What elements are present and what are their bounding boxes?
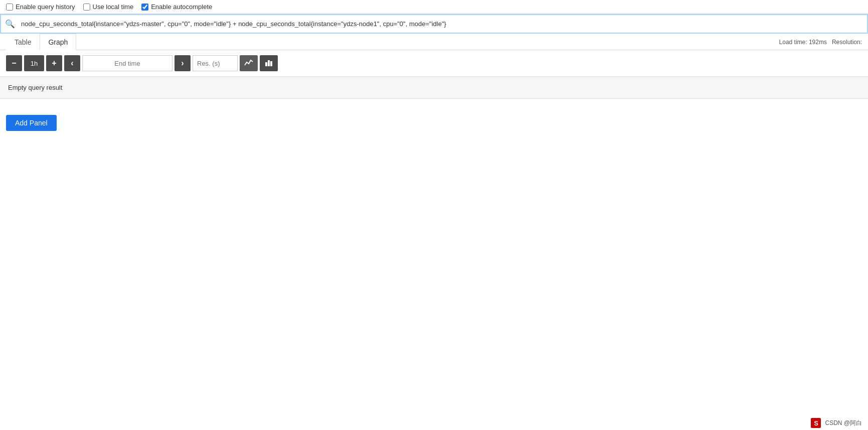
- next-time-button[interactable]: ›: [175, 55, 191, 71]
- svg-rect-1: [268, 60, 270, 66]
- load-time-text: Load time: 192ms: [779, 39, 827, 46]
- tab-graph[interactable]: Graph: [40, 34, 76, 50]
- bar-chart-button[interactable]: [260, 55, 278, 71]
- resolution-text: Resolution:: [832, 39, 862, 46]
- search-icon: 🔍: [5, 19, 19, 29]
- line-chart-icon: [244, 58, 253, 69]
- svg-rect-0: [265, 62, 267, 66]
- use-local-time-label[interactable]: Use local time: [83, 3, 134, 11]
- query-input[interactable]: [19, 15, 863, 33]
- search-bar: 🔍: [0, 14, 868, 34]
- duration-button[interactable]: 1h: [24, 55, 44, 71]
- end-time-input[interactable]: [82, 55, 172, 71]
- bar-chart-icon: [264, 58, 273, 69]
- enable-autocomplete-label[interactable]: Enable autocomplete: [141, 3, 212, 11]
- tabs-row: Table Graph Load time: 192ms Resolution:: [0, 34, 868, 50]
- add-panel-container: Add Panel: [0, 107, 868, 139]
- enable-query-history-text: Enable query history: [16, 3, 75, 11]
- enable-query-history-label[interactable]: Enable query history: [6, 3, 75, 11]
- enable-query-history-checkbox[interactable]: [6, 4, 13, 11]
- top-bar: Enable query history Use local time Enab…: [0, 0, 868, 14]
- enable-autocomplete-checkbox[interactable]: [141, 4, 148, 11]
- prev-time-button[interactable]: ‹: [64, 55, 80, 71]
- line-chart-button[interactable]: [240, 55, 258, 71]
- use-local-time-checkbox[interactable]: [83, 4, 90, 11]
- tabs: Table Graph: [6, 34, 76, 50]
- svg-rect-2: [270, 61, 272, 66]
- resolution-input[interactable]: [193, 55, 238, 71]
- tab-table[interactable]: Table: [6, 34, 40, 50]
- graph-controls: − 1h + ‹ ›: [0, 50, 868, 76]
- add-panel-button[interactable]: Add Panel: [6, 115, 57, 131]
- empty-result-text: Empty query result: [8, 84, 62, 91]
- empty-result: Empty query result: [0, 76, 868, 99]
- enable-autocomplete-text: Enable autocomplete: [151, 3, 212, 11]
- decrease-duration-button[interactable]: −: [6, 55, 22, 71]
- use-local-time-text: Use local time: [93, 3, 134, 11]
- load-time-info: Load time: 192ms Resolution:: [779, 39, 862, 50]
- increase-duration-button[interactable]: +: [46, 55, 62, 71]
